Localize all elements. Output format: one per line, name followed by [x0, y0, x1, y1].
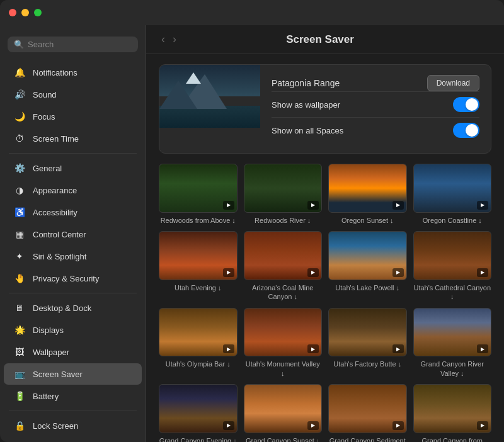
grid-item-redwoods-river[interactable]: ▶Redwoods River ↓ [244, 164, 323, 225]
grid-item-utah-monument[interactable]: ▶Utah's Monument Valley ↓ [244, 308, 323, 378]
grid-label-utah-evening: Utah Evening ↓ [175, 283, 222, 292]
grid-item-arizona-coal[interactable]: ▶Arizona's Coal Mine Canyon ↓ [244, 231, 323, 301]
sidebar-item-screen-time[interactable]: ⏱Screen Time [4, 128, 142, 149]
sidebar-item-siri-spotlight[interactable]: ✦Siri & Spotlight [4, 246, 142, 267]
grid-label-redwoods-river: Redwoods River ↓ [255, 216, 311, 225]
desktop-dock-label: Desktop & Dock [33, 303, 91, 313]
sidebar-item-general[interactable]: ⚙️General [4, 157, 142, 179]
grid-item-grand-canyon-above[interactable]: ▶Grand Canyon from Above ↓ [413, 384, 492, 442]
grid-item-utah-cathedral[interactable]: ▶Utah's Cathedral Canyon ↓ [413, 231, 492, 301]
grid-thumb-oregon-coastline: ▶ [413, 164, 492, 213]
play-icon-redwoods-river: ▶ [307, 201, 319, 210]
screen-time-icon: ⏱ [13, 132, 26, 145]
siri-spotlight-icon: ✦ [13, 249, 26, 263]
displays-icon: 🌟 [13, 323, 26, 337]
toggle-spaces[interactable] [453, 123, 479, 138]
grid-item-grand-canyon-sunset[interactable]: ▶Grand Canyon Sunset ↓ [244, 384, 323, 442]
grid-item-oregon-coastline[interactable]: ▶Oregon Coastline ↓ [413, 164, 492, 225]
sound-label: Sound [33, 90, 57, 99]
mountain-scene [159, 65, 260, 128]
mountain2 [159, 81, 197, 109]
sidebar-item-battery[interactable]: 🔋Battery [4, 385, 142, 407]
grid-item-oregon-sunset[interactable]: ▶Oregon Sunset ↓ [328, 164, 407, 225]
search-icon: 🔍 [14, 40, 24, 49]
grid-item-redwoods-above[interactable]: ▶Redwoods from Above ↓ [159, 164, 238, 225]
play-icon-grand-canyon-sediment: ▶ [392, 421, 404, 430]
search-container: 🔍 Search [0, 31, 146, 59]
grid-thumb-utah-factory: ▶ [328, 308, 407, 357]
general-icon: ⚙️ [13, 161, 26, 175]
sidebar-item-screen-saver[interactable]: 📺Screen Saver [4, 363, 142, 385]
control-center-label: Control Center [33, 230, 86, 239]
lock-screen-label: Lock Screen [33, 421, 78, 431]
appearance-icon: ◑ [13, 183, 26, 197]
grid-item-utah-powell[interactable]: ▶Utah's Lake Powell ↓ [328, 231, 407, 301]
accessibility-label: Accessibility [33, 208, 77, 217]
divider-1 [9, 293, 137, 293]
minimize-button[interactable] [21, 9, 29, 16]
grid-label-utah-cathedral: Utah's Cathedral Canyon ↓ [413, 283, 492, 302]
accessibility-icon: ♿ [13, 205, 26, 219]
wallpaper-icon: 🖼 [13, 345, 26, 359]
grid-thumb-arizona-coal: ▶ [244, 231, 323, 280]
sidebar-item-desktop-dock[interactable]: 🖥Desktop & Dock [4, 297, 142, 319]
sidebar-item-accessibility[interactable]: ♿Accessibility [4, 201, 142, 223]
sidebar-item-notifications[interactable]: 🔔Notifications [4, 62, 142, 83]
grid-label-utah-olympia: Utah's Olympia Bar ↓ [166, 360, 231, 368]
close-button[interactable] [9, 9, 16, 16]
sidebar-item-wallpaper[interactable]: 🖼Wallpaper [4, 341, 142, 363]
search-input[interactable]: Search [28, 40, 54, 49]
maximize-button[interactable] [34, 9, 42, 16]
forward-button[interactable]: › [170, 31, 179, 47]
grid-item-utah-evening[interactable]: ▶Utah Evening ↓ [159, 231, 238, 301]
grid-item-grand-canyon-sediment[interactable]: ▶Grand Canyon Sediment ↓ [328, 384, 407, 442]
play-icon-utah-monument: ▶ [307, 344, 319, 353]
focus-icon: 🌙 [13, 110, 26, 123]
grid-thumb-grand-canyon-above: ▶ [413, 384, 492, 433]
grid-thumb-utah-monument: ▶ [244, 308, 323, 357]
sidebar-item-focus[interactable]: 🌙Focus [4, 106, 142, 127]
grid-label-utah-factory: Utah's Factory Butte ↓ [333, 360, 401, 368]
play-icon-grand-canyon-above: ▶ [477, 421, 488, 430]
sidebar: 🔍 Search 🔔Notifications🔊Sound🌙Focus⏱Scre… [0, 0, 146, 442]
grid-item-utah-factory[interactable]: ▶Utah's Factory Butte ↓ [328, 308, 407, 378]
sidebar-item-displays[interactable]: 🌟Displays [4, 319, 142, 341]
battery-icon: 🔋 [13, 389, 26, 403]
appearance-label: Appearance [33, 186, 77, 195]
grid-thumb-utah-olympia: ▶ [159, 308, 238, 357]
grid-thumb-grand-canyon-evening: ▶ [159, 384, 238, 433]
page-title: Screen Saver [186, 33, 454, 46]
general-label: General [33, 164, 62, 173]
grid-item-grand-canyon-river[interactable]: ▶Grand Canyon River Valley ↓ [413, 308, 492, 378]
play-icon-grand-canyon-river: ▶ [477, 344, 488, 353]
search-box[interactable]: 🔍 Search [8, 37, 138, 52]
divider-0 [9, 153, 137, 154]
play-icon-utah-evening: ▶ [223, 268, 234, 277]
snow-cap [186, 72, 201, 84]
grid-thumb-grand-canyon-sediment: ▶ [328, 384, 407, 433]
grid-thumb-oregon-sunset: ▶ [328, 164, 407, 213]
sidebar-item-appearance[interactable]: ◑Appearance [4, 179, 142, 201]
grid-label-utah-powell: Utah's Lake Powell ↓ [335, 283, 399, 292]
desktop-dock-icon: 🖥 [13, 301, 26, 315]
grid-thumb-utah-cathedral: ▶ [413, 231, 492, 280]
screensaver-grid: ▶Redwoods from Above ↓▶Redwoods River ↓▶… [159, 164, 491, 442]
download-button[interactable]: Download [427, 75, 479, 91]
grid-thumb-utah-evening: ▶ [159, 231, 238, 280]
screen-time-label: Screen Time [33, 134, 79, 144]
play-icon-utah-factory: ▶ [392, 344, 404, 353]
preview-title-row: Patagonia Range Download [272, 75, 479, 91]
sidebar-item-lock-screen[interactable]: 🔒Lock Screen [4, 415, 142, 436]
back-button[interactable]: ‹ [159, 31, 168, 47]
toggle-wallpaper[interactable] [453, 97, 479, 112]
sidebar-item-touch-id-password[interactable]: 👆Touch ID & Password [4, 437, 142, 442]
grid-item-grand-canyon-evening[interactable]: ▶Grand Canyon Evening ↓ [159, 384, 238, 442]
sidebar-item-control-center[interactable]: ▦Control Center [4, 224, 142, 245]
grid-label-redwoods-above: Redwoods from Above ↓ [161, 216, 236, 225]
sidebar-item-sound[interactable]: 🔊Sound [4, 84, 142, 105]
page-header: ‹ › Screen Saver [146, 25, 504, 54]
sidebar-item-privacy-security[interactable]: 🤚Privacy & Security [4, 268, 142, 289]
grid-thumb-grand-canyon-river: ▶ [413, 308, 492, 357]
grid-item-utah-olympia[interactable]: ▶Utah's Olympia Bar ↓ [159, 308, 238, 378]
play-icon-grand-canyon-sunset: ▶ [307, 421, 319, 430]
